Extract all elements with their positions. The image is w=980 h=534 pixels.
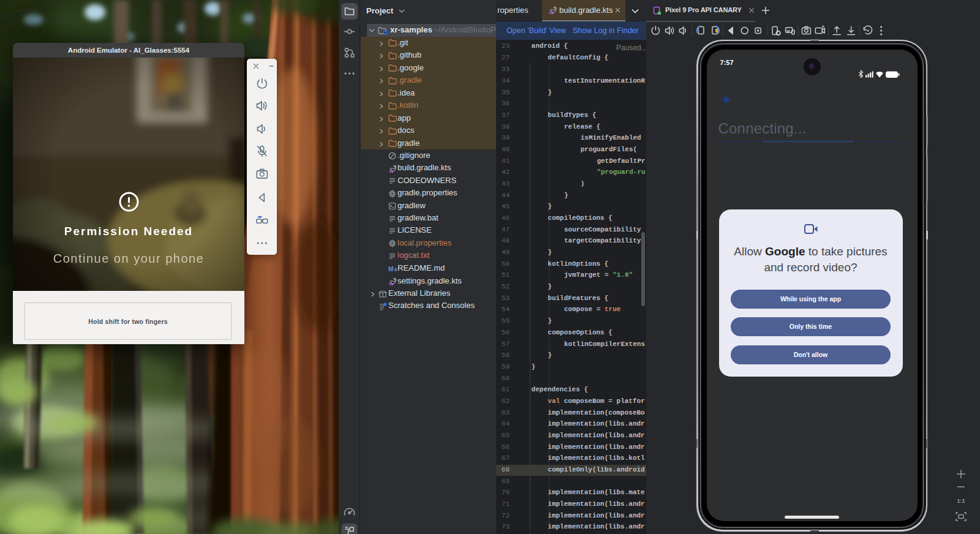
svg-text:1:1: 1:1	[957, 498, 965, 504]
svg-text:M: M	[388, 266, 393, 273]
svg-text:W: W	[786, 29, 790, 33]
